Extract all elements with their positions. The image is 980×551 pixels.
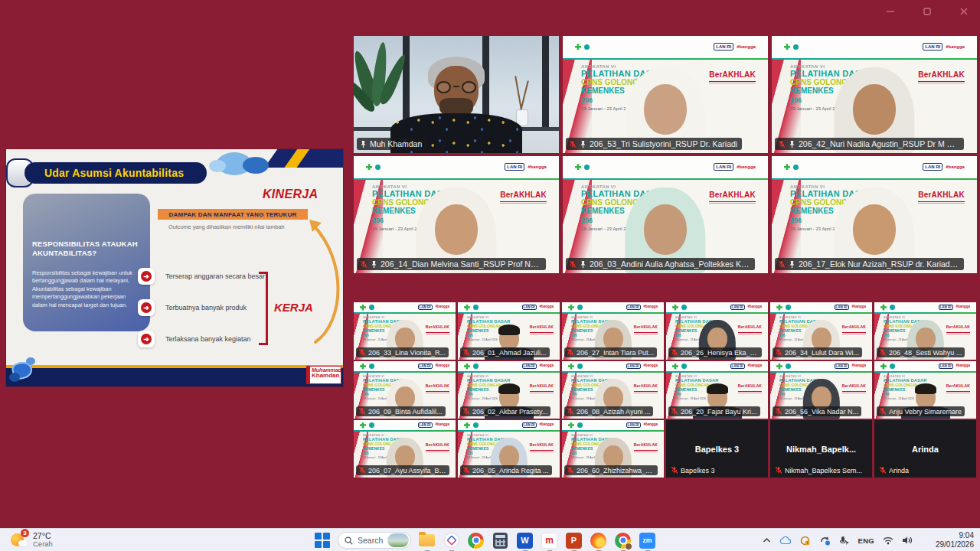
- sync-arrows-icon[interactable]: [819, 536, 831, 546]
- bangga-logo: #bangga: [436, 364, 450, 368]
- participant-label: 206_01_Ahmad Jazuli...: [460, 347, 550, 357]
- participant-name: Anju Vebry Simaremare: [889, 408, 962, 416]
- glasses: [436, 81, 476, 93]
- onedrive-cloud-icon[interactable]: [779, 536, 792, 545]
- kemenkes-logo: [366, 164, 381, 170]
- participant-tile[interactable]: LAN RI #bangga ANGKATAN VI PELATIHAN DAS…: [458, 420, 560, 478]
- participant-tile[interactable]: Nikmah_Bapelk...Nikmah_Bapelkes Sem...: [770, 420, 872, 478]
- minimize-icon[interactable]: [880, 5, 900, 18]
- clock[interactable]: 9:04 29/01/2026: [936, 531, 974, 549]
- participant-tile[interactable]: LAN RI #bangga ANGKATAN VI PELATIHAN DAS…: [666, 302, 768, 360]
- bangga-logo: #bangga: [852, 305, 867, 309]
- kemenkes-logo: [672, 364, 687, 370]
- weather-widget[interactable]: 3 27°C Cerah: [11, 531, 53, 549]
- card-body-text: Responsibilitas sebagai kewajiban untuk …: [32, 269, 141, 310]
- start-button[interactable]: [314, 532, 331, 549]
- participant-tile[interactable]: LAN RI #bangga ANGKATAN VI PELATIHAN DAS…: [874, 302, 976, 360]
- window-controls: [880, 5, 974, 18]
- lanri-logo: LAN RI: [626, 422, 641, 428]
- word-icon[interactable]: W: [516, 532, 534, 549]
- lanri-logo: LAN RI: [522, 422, 537, 428]
- zoom-app-icon[interactable]: zm: [639, 532, 656, 549]
- participant-tile[interactable]: LAN RI #bangga ANGKATAN VI PELATIHAN DAS…: [354, 420, 456, 478]
- participant-tile[interactable]: LAN RI #bangga ANGKATAN VI PELATIHAN DAS…: [562, 420, 664, 478]
- participant-tile[interactable]: LAN RI #bangga ANGKATAN VI PELATIHAN DAS…: [458, 361, 560, 419]
- responsibility-card: RESPONSIBILITAS ATAUKAH AKUNTABILITAS? R…: [23, 194, 150, 331]
- participant-tile[interactable]: Bapelkes 3Bapelkes 3: [666, 420, 768, 478]
- taskbar: 3 27°C Cerah Search W m P zm ! ENG: [0, 528, 980, 551]
- participant-name: 206_33_Lina Vionita_R...: [368, 349, 446, 357]
- participant-tile[interactable]: LAN RI #bangga ANGKATAN VI PELATIHAN DAS…: [770, 361, 872, 419]
- participant-tile[interactable]: Muh Khamdan: [354, 36, 559, 153]
- participant-label: 206_02_Akbar Prasety...: [460, 406, 550, 416]
- muted-mic-icon: [358, 407, 366, 416]
- slide-footer-band: [6, 368, 343, 386]
- powerpoint-icon[interactable]: P: [565, 532, 583, 549]
- impact-note: Outcome yang dihasilkan memiliki nilai t…: [168, 223, 285, 230]
- participant-label: Anju Vebry Simaremare: [877, 406, 965, 416]
- muted-mic-icon: [462, 466, 470, 474]
- participant-tile[interactable]: LAN RI #bangga ANGKATAN VI PELATIHAN DAS…: [562, 302, 664, 360]
- search-input[interactable]: Search: [338, 532, 411, 549]
- chrome-icon[interactable]: [467, 532, 485, 549]
- arrow-bullet-icon: ➜: [138, 299, 155, 316]
- muted-mic-icon: [775, 466, 782, 474]
- search-highlight-image[interactable]: [387, 533, 409, 547]
- tray-date: 29/01/2026: [936, 540, 974, 549]
- participant-name: 206_27_Intan Tiara Put...: [577, 349, 654, 357]
- language-indicator[interactable]: ENG: [858, 536, 875, 545]
- lanri-logo: LAN RI: [939, 305, 953, 310]
- pin-icon: [360, 140, 367, 148]
- participant-tile[interactable]: LAN RI #bangga ANGKATAN VI PELATIHAN DAS…: [874, 361, 976, 419]
- search-placeholder: Search: [358, 536, 383, 545]
- bangga-logo: #bangga: [956, 364, 971, 368]
- participant-tile[interactable]: LAN RI #bangga ANGKATAN VI PELATIHAN DAS…: [458, 302, 560, 360]
- participant-tile[interactable]: LAN RI #bangga ANGKATAN VI PELATIHAN DAS…: [772, 36, 977, 153]
- bangga-logo: #bangga: [528, 165, 547, 169]
- kemenkes-logo: [568, 422, 583, 429]
- lanri-logo: LAN RI: [923, 163, 942, 171]
- participant-tile[interactable]: LAN RI #bangga ANGKATAN VI PELATIHAN DAS…: [354, 302, 456, 360]
- muted-mic-icon: [775, 348, 782, 357]
- kemenkes-logo: [784, 164, 799, 170]
- wifi-icon[interactable]: [883, 536, 893, 545]
- pinned-video-grid: Muh Khamdan LAN RI #bangga ANGKATAN VI P…: [354, 36, 977, 273]
- participant-tile[interactable]: ArindaArinda: [874, 420, 976, 478]
- close-icon[interactable]: [954, 5, 974, 18]
- kemenkes-logo: [575, 164, 590, 170]
- chrome-profile-icon[interactable]: [614, 532, 632, 549]
- firefox-icon[interactable]: [590, 532, 607, 549]
- file-explorer-icon[interactable]: [418, 532, 436, 549]
- speaker-icon[interactable]: [902, 536, 913, 545]
- bangga-logo: #bangga: [737, 44, 756, 49]
- avatar: [625, 543, 632, 550]
- snipping-tool-icon[interactable]: [443, 532, 460, 549]
- bangga-logo: #bangga: [436, 305, 450, 309]
- participant-tile[interactable]: LAN RI #bangga ANGKATAN VI PELATIHAN DAS…: [772, 156, 977, 273]
- participant-tile[interactable]: LAN RI #bangga ANGKATAN VI PELATIHAN DAS…: [666, 361, 768, 419]
- participant-tile[interactable]: LAN RI #bangga ANGKATAN VI PELATIHAN DAS…: [562, 361, 664, 419]
- participant-name: 206_07_Ayu Assyifa_BP...: [368, 467, 446, 474]
- muted-mic-icon: [569, 260, 577, 269]
- tray-chevron-up-icon[interactable]: [763, 537, 771, 543]
- kemenkes-logo: [568, 364, 583, 370]
- kemenkes-logo: [880, 305, 895, 311]
- m-app-icon[interactable]: m: [541, 532, 558, 549]
- lanri-logo: LAN RI: [505, 163, 524, 171]
- participant-name: 206_48_Sesti Wahyu ...: [889, 349, 962, 357]
- update-alert-icon[interactable]: !: [800, 536, 811, 546]
- participant-tile[interactable]: LAN RI #bangga ANGKATAN VI PELATIHAN DAS…: [563, 156, 768, 273]
- participant-label: 206_48_Sesti Wahyu ...: [877, 347, 965, 357]
- maximize-icon[interactable]: [917, 5, 937, 18]
- participant-tile[interactable]: LAN RI #bangga ANGKATAN VI PELATIHAN DAS…: [563, 36, 768, 153]
- slide-title: Udar Asumsi Akuntabilitas: [44, 167, 184, 179]
- muted-mic-icon: [567, 348, 574, 357]
- calculator-icon[interactable]: [492, 532, 509, 549]
- bullet-text: Terbuatnya banyak produk: [165, 304, 247, 311]
- lanri-logo: LAN RI: [418, 305, 433, 310]
- participant-tile[interactable]: LAN RI #bangga ANGKATAN VI PELATIHAN DAS…: [354, 156, 559, 273]
- microphone-tray-icon[interactable]: [839, 536, 850, 546]
- participant-tile[interactable]: LAN RI #bangga ANGKATAN VI PELATIHAN DAS…: [770, 302, 872, 360]
- participant-tile[interactable]: LAN RI #bangga ANGKATAN VI PELATIHAN DAS…: [354, 361, 456, 419]
- kemenkes-logo: [575, 44, 590, 50]
